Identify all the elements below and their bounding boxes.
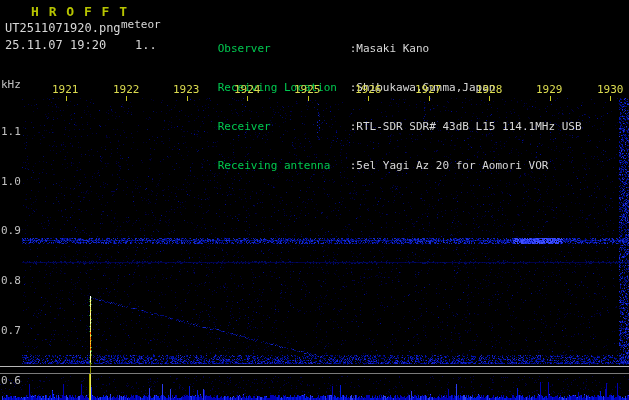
output-filename: UT2511071920.png [5, 21, 121, 35]
freq-tick-label: 0.8 [1, 274, 21, 287]
freq-tick-label: 1.1 [1, 125, 21, 138]
info-value: :Masaki Kano [350, 42, 429, 55]
info-label: Receiver [218, 120, 350, 133]
observation-mode-label: meteor [121, 18, 161, 31]
freq-tick-label: 0.6 [1, 374, 21, 387]
time-tick-label: 1927 [415, 83, 442, 96]
hrofft-window: H R O F F T UT2511071920.png meteor 25.1… [0, 0, 629, 400]
time-tick-label: 1925 [294, 83, 321, 96]
info-row-antenna: Receiving antenna:5el Yagi Az 20 for Aom… [178, 146, 582, 159]
time-tick-label: 1921 [52, 83, 79, 96]
time-tick-label: 1930 [597, 83, 624, 96]
app-title: H R O F F T [31, 4, 128, 19]
time-tick-label: 1924 [234, 83, 261, 96]
info-label: Observer [218, 42, 350, 55]
time-tick-label: 1922 [113, 83, 140, 96]
observation-datetime: 25.11.07 19:20 1.. [5, 38, 157, 52]
freq-tick-label: 1.0 [1, 175, 21, 188]
info-value: :RTL-SDR SDR# 43dB L15 114.1MHz USB [350, 120, 582, 133]
freq-tick-label: 0.9 [1, 224, 21, 237]
freq-axis-unit: kHz [1, 78, 21, 91]
freq-tick-label: 0.7 [1, 324, 21, 337]
info-row-receiver: Receiver:RTL-SDR SDR# 43dB L15 114.1MHz … [178, 107, 582, 120]
info-label: Receiving antenna [218, 159, 350, 172]
info-row-location: Receiving Location:Shibukawa,Gunma,Japan [178, 68, 582, 81]
time-tick-label: 1923 [173, 83, 200, 96]
info-value: :5el Yagi Az 20 for Aomori VOR [350, 159, 549, 172]
info-row-observer: Observer:Masaki Kano [178, 29, 582, 42]
time-tick-label: 1929 [536, 83, 563, 96]
time-tick-label: 1926 [355, 83, 382, 96]
time-tick-label: 1928 [476, 83, 503, 96]
